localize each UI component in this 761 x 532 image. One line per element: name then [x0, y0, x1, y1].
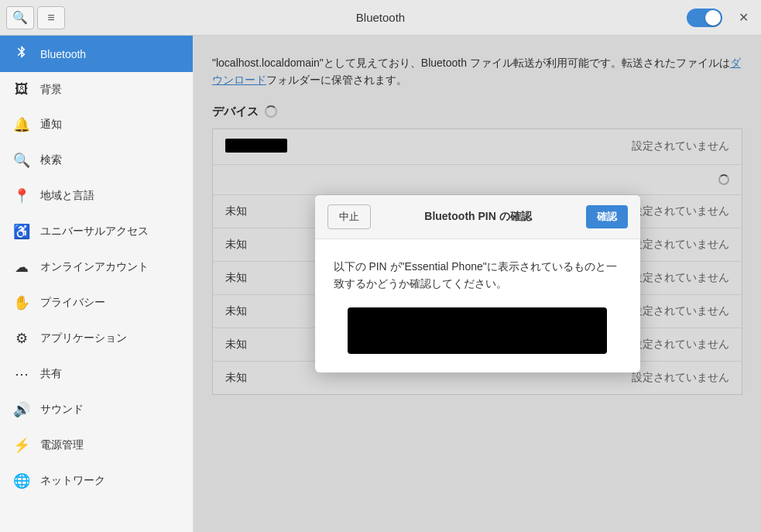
- applications-icon: ⚙: [12, 330, 31, 347]
- sidebar-item-privacy[interactable]: ✋ プライバシー: [0, 285, 193, 321]
- content-area: "localhost.localdomain"として見えており、Bluetoot…: [194, 36, 761, 532]
- bluetooth-toggle-area: [687, 9, 728, 27]
- confirm-button[interactable]: 確認: [586, 205, 628, 228]
- sidebar-item-online-accounts[interactable]: ☁ オンラインアカウント: [0, 249, 193, 285]
- close-button[interactable]: ✕: [732, 6, 755, 29]
- dialog-title: Bluetooth PIN の確認: [371, 210, 586, 224]
- dialog-description: 以下の PIN が"Essential Phone"に表示されているものと一致す…: [334, 258, 622, 293]
- sidebar-item-bluetooth[interactable]: Bluetooth: [0, 36, 193, 72]
- sidebar-item-sound[interactable]: 🔊 サウンド: [0, 392, 193, 427]
- network-icon: 🌐: [12, 472, 31, 489]
- sidebar-item-share[interactable]: ⋯ 共有: [0, 356, 193, 392]
- sidebar-item-background[interactable]: 🖼 背景: [0, 72, 193, 107]
- online-accounts-icon: ☁: [12, 259, 31, 276]
- menu-button[interactable]: ≡: [37, 6, 65, 29]
- sidebar-label-privacy: プライバシー: [40, 296, 105, 310]
- privacy-icon: ✋: [12, 294, 31, 311]
- sidebar-item-universal-access[interactable]: ♿ ユニバーサルアクセス: [0, 214, 193, 249]
- sidebar-item-network[interactable]: 🌐 ネットワーク: [0, 463, 193, 499]
- notifications-icon: 🔔: [12, 116, 31, 133]
- sidebar-item-notifications[interactable]: 🔔 通知: [0, 107, 193, 142]
- background-icon: 🖼: [12, 81, 31, 98]
- window-title: Bluetooth: [0, 11, 761, 24]
- bluetooth-icon: [12, 45, 31, 63]
- power-icon: ⚡: [12, 437, 31, 454]
- bluetooth-toggle[interactable]: [687, 9, 722, 27]
- titlebar: 🔍 ≡ Bluetooth ✕: [0, 0, 761, 36]
- toggle-knob: [705, 10, 721, 26]
- sidebar-label-share: 共有: [40, 367, 62, 381]
- sidebar-label-search: 検索: [40, 153, 62, 167]
- dialog-overlay: 中止 Bluetooth PIN の確認 確認 以下の PIN が"Essent…: [194, 36, 761, 532]
- share-icon: ⋯: [12, 366, 31, 383]
- sound-icon: 🔊: [12, 401, 31, 418]
- cancel-button[interactable]: 中止: [327, 204, 371, 229]
- sidebar-label-region: 地域と言語: [40, 189, 94, 203]
- universal-access-icon: ♿: [12, 223, 31, 240]
- sidebar-label-online-accounts: オンラインアカウント: [40, 260, 149, 274]
- sidebar-label-universal-access: ユニバーサルアクセス: [40, 225, 149, 239]
- sidebar-label-applications: アプリケーション: [40, 331, 127, 345]
- sidebar-label-bluetooth: Bluetooth: [40, 48, 86, 60]
- pin-display: [348, 307, 607, 354]
- sidebar-label-background: 背景: [40, 83, 62, 97]
- sidebar: Bluetooth 🖼 背景 🔔 通知 🔍 検索 📍 地域と言語 ♿ ユニバーサ…: [0, 36, 194, 532]
- sidebar-label-sound: サウンド: [40, 403, 84, 417]
- sidebar-item-power[interactable]: ⚡ 電源管理: [0, 427, 193, 463]
- sidebar-item-region[interactable]: 📍 地域と言語: [0, 178, 193, 214]
- region-icon: 📍: [12, 187, 31, 204]
- sidebar-label-network: ネットワーク: [40, 474, 105, 488]
- dialog-header: 中止 Bluetooth PIN の確認 確認: [315, 195, 640, 239]
- sidebar-label-notifications: 通知: [40, 118, 62, 132]
- main-layout: Bluetooth 🖼 背景 🔔 通知 🔍 検索 📍 地域と言語 ♿ ユニバーサ…: [0, 36, 761, 532]
- pin-dialog: 中止 Bluetooth PIN の確認 確認 以下の PIN が"Essent…: [315, 195, 640, 373]
- sidebar-label-power: 電源管理: [40, 438, 84, 452]
- dialog-body: 以下の PIN が"Essential Phone"に表示されているものと一致す…: [315, 239, 640, 373]
- sidebar-item-applications[interactable]: ⚙ アプリケーション: [0, 321, 193, 356]
- sidebar-item-search[interactable]: 🔍 検索: [0, 142, 193, 178]
- search-icon: 🔍: [12, 152, 31, 169]
- search-button[interactable]: 🔍: [6, 6, 34, 29]
